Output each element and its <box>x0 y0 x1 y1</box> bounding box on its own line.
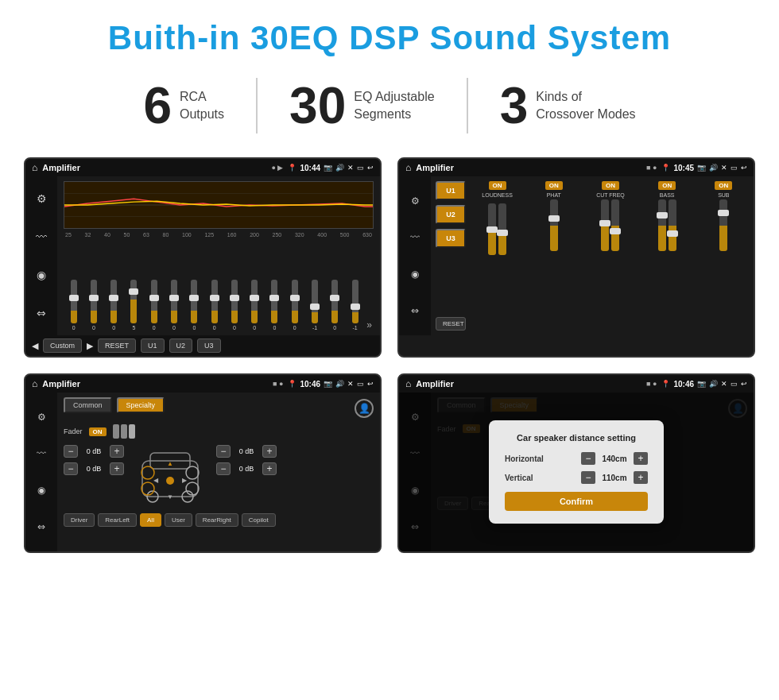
eq-thumb-11[interactable] <box>290 295 300 301</box>
eq-track-1[interactable] <box>91 280 97 323</box>
eq-thumb-12[interactable] <box>310 304 320 310</box>
right-arrows-icon[interactable]: » <box>366 319 372 331</box>
loudness-track2[interactable] <box>498 203 506 255</box>
vol-minus-1[interactable]: − <box>64 445 78 458</box>
eq-track-4[interactable] <box>151 280 157 323</box>
fader-slider-2[interactable] <box>121 424 127 439</box>
eq-track-6[interactable] <box>191 280 197 323</box>
cross-reset-btn[interactable]: RESET <box>436 317 466 331</box>
eq-thumb-3[interactable] <box>129 288 138 295</box>
cross-u2-btn[interactable]: U2 <box>436 205 466 224</box>
cross-sidebar-icon-3[interactable]: ◉ <box>411 269 419 280</box>
eq-sidebar-icon-3[interactable]: ◉ <box>37 269 46 281</box>
eq-thumb-6[interactable] <box>189 295 199 301</box>
eq-sidebar-icon-1[interactable]: ⚙ <box>37 192 47 205</box>
eq-sidebar-icon-2[interactable]: 〰 <box>36 230 47 243</box>
eq-sidebar-icon-4[interactable]: ⇔ <box>37 307 46 319</box>
cross-sidebar-icon-4[interactable]: ⇔ <box>411 305 419 316</box>
eq-track-9[interactable] <box>251 280 258 323</box>
settings-sidebar-icon-3[interactable]: ◉ <box>37 485 45 496</box>
horizontal-minus[interactable]: − <box>581 452 595 465</box>
vertical-minus[interactable]: − <box>581 471 595 484</box>
cutfreq-track2[interactable] <box>611 199 619 251</box>
eq-track-13[interactable] <box>331 280 338 323</box>
eq-track-5[interactable] <box>171 280 177 323</box>
specialty-tab[interactable]: Specialty <box>117 397 165 413</box>
u3-btn-eq[interactable]: U3 <box>197 338 221 353</box>
horizontal-plus[interactable]: + <box>634 452 648 465</box>
dialog-home-icon[interactable]: ⌂ <box>405 378 411 389</box>
cross-u3-btn[interactable]: U3 <box>436 229 466 248</box>
eq-track-11[interactable] <box>292 280 298 323</box>
settings-sidebar-icon-1[interactable]: ⚙ <box>37 412 46 423</box>
sub-track[interactable] <box>719 199 727 251</box>
eq-track-8[interactable] <box>231 280 238 323</box>
eq-thumb-14[interactable] <box>351 304 360 310</box>
copilot-btn[interactable]: Copilot <box>242 513 276 527</box>
vol-plus-1[interactable]: + <box>110 445 124 458</box>
reset-btn-eq[interactable]: RESET <box>98 338 136 353</box>
eq-thumb-0[interactable] <box>69 295 79 301</box>
settings-sidebar-icon-4[interactable]: ⇔ <box>37 521 45 532</box>
eq-track-2[interactable] <box>110 280 117 323</box>
cross-home-icon[interactable]: ⌂ <box>405 162 411 173</box>
user-btn[interactable]: User <box>165 513 192 527</box>
vol-minus-3[interactable]: − <box>216 445 231 458</box>
loudness-thumb1[interactable] <box>486 226 498 233</box>
eq-track-3[interactable] <box>130 280 137 323</box>
eq-thumb-7[interactable] <box>210 295 219 301</box>
vol-minus-4[interactable]: − <box>216 462 231 475</box>
eq-track-12[interactable] <box>312 280 318 323</box>
vol-plus-3[interactable]: + <box>262 445 277 458</box>
eq-thumb-9[interactable] <box>250 295 259 301</box>
eq-thumb-10[interactable] <box>269 295 279 301</box>
loudness-thumb2[interactable] <box>497 230 508 236</box>
eq-track-0[interactable] <box>71 280 77 323</box>
driver-btn[interactable]: Driver <box>64 513 95 527</box>
vertical-plus[interactable]: + <box>634 471 648 484</box>
rearright-btn[interactable]: RearRight <box>196 513 238 527</box>
phat-thumb[interactable] <box>548 215 560 222</box>
eq-thumb-1[interactable] <box>89 295 99 301</box>
u1-btn-eq[interactable]: U1 <box>141 338 165 353</box>
bass-track2[interactable] <box>669 199 676 251</box>
vol-plus-4[interactable]: + <box>262 462 277 475</box>
phat-track[interactable] <box>550 199 558 251</box>
eq-track-14[interactable] <box>352 280 358 323</box>
settings-home-icon[interactable]: ⌂ <box>32 378 37 389</box>
cutfreq-thumb2[interactable] <box>610 228 621 234</box>
home-icon[interactable]: ⌂ <box>32 162 37 173</box>
u2-btn-eq[interactable]: U2 <box>169 338 193 353</box>
all-btn[interactable]: All <box>140 513 161 527</box>
eq-thumb-5[interactable] <box>169 295 179 301</box>
fader-slider-1[interactable] <box>113 424 119 439</box>
custom-btn[interactable]: Custom <box>43 338 82 353</box>
eq-thumb-4[interactable] <box>149 295 159 301</box>
rearleft-btn[interactable]: RearLeft <box>98 513 137 527</box>
user-icon-btn[interactable]: 👤 <box>355 399 374 418</box>
cross-sidebar-icon-1[interactable]: ⚙ <box>411 195 420 207</box>
play-icon[interactable]: ▶ <box>87 341 93 351</box>
bass-thumb2[interactable] <box>667 230 678 237</box>
fader-slider-3[interactable] <box>129 424 135 439</box>
vol-minus-2[interactable]: − <box>64 462 78 475</box>
cross-sidebar-icon-2[interactable]: 〰 <box>410 232 420 243</box>
bass-thumb1[interactable] <box>657 212 668 219</box>
loudness-track1[interactable] <box>488 203 496 255</box>
cutfreq-track1[interactable] <box>601 199 609 251</box>
eq-thumb-13[interactable] <box>330 295 339 301</box>
bass-track1[interactable] <box>658 199 666 251</box>
cutfreq-thumb1[interactable] <box>599 220 610 226</box>
settings-sidebar-icon-2[interactable]: 〰 <box>37 448 46 459</box>
eq-track-10[interactable] <box>271 280 277 323</box>
phat-on-badge: ON <box>545 181 563 190</box>
vol-plus-2[interactable]: + <box>110 462 124 475</box>
prev-icon[interactable]: ◀ <box>32 341 38 351</box>
eq-thumb-2[interactable] <box>109 295 118 301</box>
sub-thumb[interactable] <box>718 210 729 216</box>
eq-track-7[interactable] <box>211 280 218 323</box>
confirm-button[interactable]: Confirm <box>505 492 648 511</box>
common-tab[interactable]: Common <box>64 397 112 413</box>
eq-thumb-8[interactable] <box>230 295 239 301</box>
cross-u1-btn[interactable]: U1 <box>436 181 466 200</box>
